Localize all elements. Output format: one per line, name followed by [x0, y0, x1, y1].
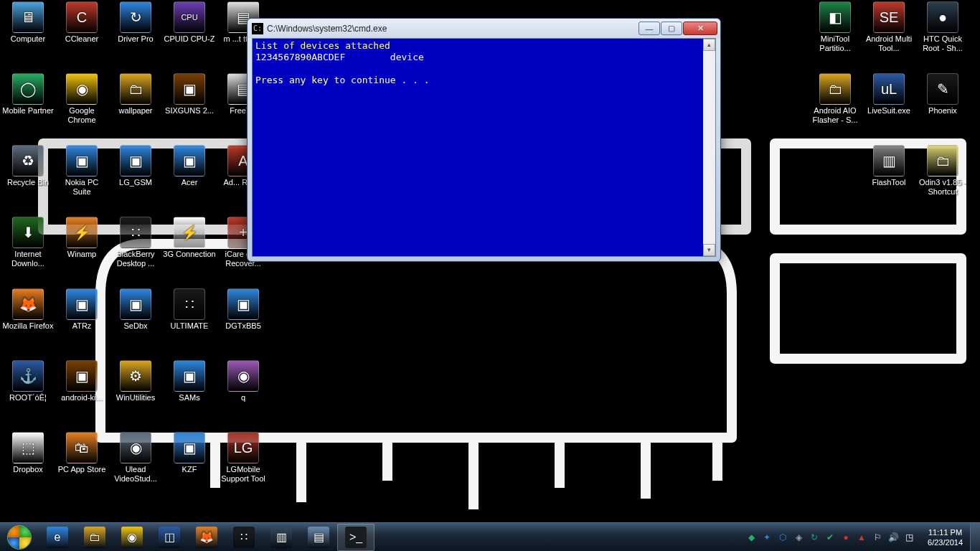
taskbar-clock[interactable]: 11:11 PM 6/23/2014 [920, 525, 970, 550]
desktop-icon-root[interactable]: ⚓ROOT´óÊ¦ [1, 360, 55, 402]
tray-icon-4[interactable]: ↻ [809, 532, 820, 543]
cmd-scrollbar[interactable]: ▴ ▾ [703, 39, 715, 256]
taskbar-item-ie[interactable]: e [39, 524, 76, 551]
desktop-icon-minitool-partitio[interactable]: ◧MiniTool Partitio... [809, 1, 862, 53]
desktop-icon-label: BlackBerry Desktop ... [109, 250, 162, 268]
desktop-icon-computer[interactable]: 🖥Computer [1, 1, 55, 44]
desktop-icon-label: MiniTool Partitio... [809, 34, 862, 53]
desktop-icon-label: android-ki... [55, 393, 108, 402]
desktop-icon-recycle-bin[interactable]: ♻Recycle Bin [1, 145, 55, 187]
taskbar-item-cmd[interactable]: >_ [337, 524, 374, 551]
show-desktop-button[interactable] [970, 523, 980, 552]
desktop-icon-livesuit-exe[interactable]: uLLiveSuit.exe [862, 73, 915, 116]
taskbar-item-blackberry[interactable]: ∷ [225, 524, 263, 551]
scroll-track[interactable] [703, 51, 715, 244]
desktop-icon-atrz[interactable]: ▣ATRz [55, 288, 108, 331]
desktop-icon-label: ROOT´óÊ¦ [1, 393, 55, 402]
desktop-icon-sams[interactable]: ▣SAMs [163, 360, 216, 402]
tray-icon-5[interactable]: ✔ [824, 532, 836, 543]
cmd-icon: >_ [345, 527, 367, 548]
desktop-icon-internet-downlo[interactable]: ⬇Internet Downlo... [1, 217, 55, 268]
desktop-icon-label: Dropbox [1, 465, 55, 474]
desktop-icon-winutilities[interactable]: ⚙WinUtilities [109, 360, 162, 402]
close-button[interactable]: ✕ [683, 22, 717, 35]
taskbar-item-firefox[interactable]: 🦊 [188, 524, 225, 551]
desktop-icon-label: Odin3 v1.85 - Shortcut [916, 178, 969, 197]
desktop-icon-label: Android Multi Tool... [862, 34, 915, 53]
app2-icon: ▤ [308, 527, 329, 548]
scroll-up-button[interactable]: ▴ [703, 39, 715, 51]
taskbar-item-switcher[interactable]: ◫ [151, 524, 188, 551]
desktop-icon-label: ULTIMATE [163, 321, 216, 331]
desktop-icon-kzf[interactable]: ▣KZF [163, 432, 216, 474]
minimize-button[interactable]: — [639, 22, 660, 35]
desktop-icon-odin3-v1-85-shortcut[interactable]: 🗀Odin3 v1.85 - Shortcut [916, 145, 969, 197]
desktop-icon-lgmobile-support-tool[interactable]: LGLGMobile Support Tool [217, 432, 270, 484]
desktop-icon-label: Mobile Partner [1, 106, 55, 116]
tray-icon-6[interactable]: ● [840, 532, 852, 543]
desktop-icon-ulead-videostud[interactable]: ◉Ulead VideoStud... [109, 432, 162, 484]
desktop-icon-winamp[interactable]: ⚡Winamp [55, 217, 108, 259]
desktop-icon-blackberry-desktop[interactable]: ∷BlackBerry Desktop ... [109, 217, 162, 268]
tray-icon-2[interactable]: ⬡ [777, 532, 788, 543]
desktop-icon-3g-connection[interactable]: ⚡3G Connection [163, 217, 216, 259]
taskbar-item-explorer[interactable]: 🗀 [76, 524, 113, 551]
desktop-icon-android-ki[interactable]: ▣android-ki... [55, 360, 108, 402]
tray-icon-8[interactable]: ⚐ [872, 532, 883, 543]
desktop-icon-mozilla-firefox[interactable]: 🦊Mozilla Firefox [1, 288, 55, 331]
desktop-icon-dgtxbb5[interactable]: ▣DGTxBB5 [217, 288, 270, 331]
desktop-icon-cpuid-cpu-z[interactable]: CPUCPUID CPU-Z [163, 1, 216, 44]
desktop-icon-pc-app-store[interactable]: 🛍PC App Store [55, 432, 108, 474]
app-icon: ◉ [120, 432, 151, 463]
desktop-icon-sedbx[interactable]: ▣SeDbx [109, 288, 162, 331]
desktop-icon-sixguns-2[interactable]: ▣SIXGUNS 2... [163, 73, 216, 116]
desktop-icon-label: wallpaper [109, 106, 162, 116]
app-icon: C [66, 1, 98, 33]
tray-icon-3[interactable]: ◈ [793, 532, 804, 543]
start-button[interactable] [0, 523, 39, 552]
desktop-icon-android-aio-flasher-s[interactable]: 🗀Android AIO Flasher - S... [809, 73, 862, 125]
app-icon: 🛍 [66, 432, 98, 463]
app-icon: ⬚ [12, 432, 44, 463]
desktop-icon-label: DGTxBB5 [217, 321, 270, 331]
tray-icon-7[interactable]: ▲ [856, 532, 867, 543]
cmd-titlebar[interactable]: C: C:\Windows\system32\cmd.exe — ▢ ✕ [248, 19, 720, 38]
desktop-icon-dropbox[interactable]: ⬚Dropbox [1, 432, 55, 474]
desktop-icon-label: LiveSuit.exe [862, 106, 915, 116]
desktop-icon-label: Recycle Bin [1, 178, 55, 187]
taskbar-item-app2[interactable]: ▤ [300, 524, 337, 551]
desktop-icon-wallpaper[interactable]: 🗀wallpaper [109, 73, 162, 116]
desktop-icon-phoenix[interactable]: ✎Phoenix [916, 73, 969, 116]
app-icon: uL [873, 73, 905, 105]
desktop-icon-nokia-pc-suite[interactable]: ▣Nokia PC Suite [55, 145, 108, 197]
desktop-icon-label: CPUID CPU-Z [163, 34, 216, 44]
tray-icon-9[interactable]: 🔊 [887, 532, 899, 543]
tray-icon-10[interactable]: ◳ [903, 532, 915, 543]
desktop-icon-flashtool[interactable]: ▥FlashTool [862, 145, 915, 187]
maximize-button[interactable]: ▢ [661, 22, 682, 35]
desktop-icon-android-multi-tool[interactable]: SEAndroid Multi Tool... [862, 1, 915, 53]
tray-icon-0[interactable]: ◆ [745, 532, 757, 543]
clock-date: 6/23/2014 [928, 537, 963, 547]
desktop-icon-mobile-partner[interactable]: ◯Mobile Partner [1, 73, 55, 116]
cmd-window[interactable]: C: C:\Windows\system32\cmd.exe — ▢ ✕ Lis… [247, 18, 721, 262]
desktop-icon-lg-gsm[interactable]: ▣LG_GSM [109, 145, 162, 187]
app-icon: ▣ [120, 288, 151, 320]
taskbar-item-app1[interactable]: ▥ [263, 524, 300, 551]
app-icon: ⬇ [12, 217, 44, 248]
app-icon: ▣ [66, 145, 98, 176]
desktop-icon-acer[interactable]: ▣Acer [163, 145, 216, 187]
desktop-icon-label: 3G Connection [163, 250, 216, 259]
desktop-icon-driver-pro[interactable]: ↻Driver Pro [109, 1, 162, 44]
desktop-icon-ccleaner[interactable]: CCCleaner [55, 1, 108, 44]
desktop-icon-htc-quick-root-sh[interactable]: ●HTC Quick Root - Sh... [916, 1, 969, 53]
scroll-down-button[interactable]: ▾ [703, 244, 715, 256]
taskbar-item-chrome[interactable]: ◉ [113, 524, 151, 551]
system-tray: ◆✦⬡◈↻✔●▲⚐🔊◳ 11:11 PM 6/23/2014 [740, 523, 980, 551]
desktop-icon-ultimate[interactable]: ∷ULTIMATE [163, 288, 216, 331]
desktop-icon-google-chrome[interactable]: ◉Google Chrome [55, 73, 108, 125]
desktop-icon-q[interactable]: ◉q [217, 360, 270, 402]
tray-icon-1[interactable]: ✦ [761, 532, 773, 543]
desktop-icon-label: Winamp [55, 250, 108, 259]
app-icon: ✎ [927, 73, 958, 105]
